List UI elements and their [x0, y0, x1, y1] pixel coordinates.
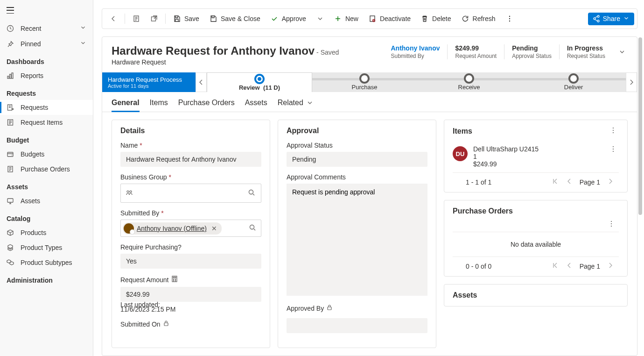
nav-reports[interactable]: Reports — [0, 68, 93, 83]
tab-items[interactable]: Items — [150, 97, 168, 112]
approve-dropdown[interactable] — [312, 12, 329, 25]
pager-prev[interactable] — [566, 178, 573, 186]
details-card: Details Name * Business Group * — [112, 120, 270, 348]
po-title: Purchase Orders — [453, 207, 513, 215]
refresh-button[interactable]: Refresh — [457, 12, 500, 25]
deactivate-button[interactable]: Deactivate — [364, 12, 415, 25]
nav-requests[interactable]: Requests — [0, 100, 93, 115]
name-input[interactable] — [120, 152, 261, 167]
approve-button[interactable]: Approve — [266, 12, 311, 25]
bpf-stage-review[interactable]: Review (11 D) — [207, 72, 312, 92]
po-more[interactable] — [606, 220, 617, 229]
business-group-lookup[interactable] — [120, 184, 261, 203]
require-purchasing-input[interactable] — [120, 254, 261, 269]
tab-purchase-orders[interactable]: Purchase Orders — [178, 97, 235, 112]
svg-point-27 — [173, 280, 174, 281]
bpf-circle — [568, 73, 579, 84]
svg-point-18 — [597, 20, 599, 22]
header-expand[interactable] — [613, 44, 628, 57]
search-icon[interactable] — [245, 187, 258, 199]
nav-assets-label: Assets — [21, 197, 40, 205]
nav-request-items[interactable]: Request Items — [0, 115, 93, 130]
item-row[interactable]: DU Dell UltraSharp U2415 1 $249.99 — [453, 142, 619, 173]
lock-icon — [162, 320, 170, 328]
pager-next[interactable] — [607, 178, 614, 186]
bpf-header[interactable]: Hardware Request Process Active for 11 d… — [102, 72, 196, 92]
bpf-circle — [464, 73, 474, 84]
record-subtitle: Hardware Request — [112, 58, 339, 66]
overflow-button[interactable] — [501, 12, 518, 25]
amount-input[interactable] — [120, 287, 261, 302]
bpf-next[interactable] — [626, 72, 637, 92]
required-icon: * — [140, 142, 142, 149]
kpi-submittedby-value[interactable]: Anthony Ivanov — [391, 44, 440, 52]
nav-assets[interactable]: Assets — [0, 193, 93, 208]
nav-products[interactable]: Products — [0, 225, 93, 240]
approval-card: Approval Approval Status Approval Commen… — [278, 120, 436, 348]
svg-point-36 — [613, 151, 614, 152]
nav-product-types[interactable]: Product Types — [0, 240, 93, 255]
nav-budgets[interactable]: Budgets — [0, 147, 93, 162]
boxes-icon — [7, 244, 14, 251]
new-label: New — [345, 15, 358, 22]
remove-chip[interactable]: ✕ — [210, 225, 219, 232]
delete-button[interactable]: Delete — [416, 12, 455, 25]
nav-product-subtypes[interactable]: Product Subtypes — [0, 255, 93, 270]
kpi-status-label: Request Status — [567, 53, 605, 59]
open-new-window-button[interactable] — [146, 12, 162, 25]
item-avatar: DU — [453, 146, 468, 161]
form-selector-button[interactable] — [128, 12, 145, 25]
submittedby-chip[interactable]: Anthony Ivanov (Offline) ✕ — [123, 222, 222, 235]
tab-assets[interactable]: Assets — [245, 97, 267, 112]
approvedby-input[interactable] — [287, 318, 427, 333]
bpf-circle-active — [254, 74, 265, 84]
approval-comments-label: Approval Comments — [287, 173, 427, 181]
items-more[interactable] — [608, 127, 619, 136]
hamburger-menu[interactable] — [7, 7, 14, 14]
main: Save Save & Close Approve New Deactivate… — [93, 0, 644, 356]
tab-related[interactable]: Related — [278, 97, 314, 112]
nav-purchase-orders[interactable]: Purchase Orders — [0, 162, 93, 177]
assets-title: Assets — [453, 291, 477, 299]
nav-pinned[interactable]: Pinned — [0, 36, 93, 51]
pager-first[interactable] — [552, 178, 559, 186]
svg-rect-1 — [7, 76, 9, 78]
share-button[interactable]: Share — [588, 13, 634, 25]
item-more[interactable] — [608, 145, 619, 168]
save-button[interactable]: Save — [168, 12, 204, 25]
bpf-receive-label: Receive — [458, 84, 480, 91]
pager-next[interactable] — [607, 262, 614, 271]
avatar — [124, 223, 134, 234]
pager-prev[interactable] — [566, 262, 573, 271]
nav-recent-label: Recent — [21, 25, 41, 32]
nav-product-types-label: Product Types — [21, 244, 62, 251]
svg-rect-6 — [7, 152, 13, 157]
chevron-down-icon — [623, 15, 630, 23]
header-kpis: Anthony Ivanov Submitted By $249.99 Requ… — [383, 44, 628, 59]
item-name: Dell UltraSharp U2415 — [473, 145, 602, 153]
new-button[interactable]: New — [329, 12, 363, 25]
scrollbar[interactable] — [638, 37, 642, 215]
submittedby-lookup[interactable]: Anthony Ivanov (Offline) ✕ — [120, 220, 261, 237]
svg-point-26 — [175, 279, 175, 279]
clock-icon — [7, 25, 14, 32]
bpf-stage-receive[interactable]: Receive — [417, 72, 521, 92]
approval-status-input[interactable] — [287, 152, 427, 167]
bpf-review-label: Review — [239, 84, 260, 91]
nav-recent[interactable]: Recent — [0, 21, 93, 36]
back-button[interactable] — [105, 12, 122, 25]
bpf-prev[interactable] — [196, 72, 207, 92]
bpf-stage-purchase[interactable]: Purchase — [312, 72, 417, 92]
nav-request-items-label: Request Items — [21, 119, 63, 126]
record-form: Hardware Request for Anthony Ivanov - Sa… — [102, 36, 637, 356]
last-updated-value: 11/6/2023 2:15 PM — [120, 306, 261, 313]
bpf-stage-deliver[interactable]: Deliver — [521, 72, 626, 92]
save-close-button[interactable]: Save & Close — [205, 12, 265, 25]
search-icon[interactable] — [246, 222, 259, 235]
approval-comments-input[interactable] — [287, 184, 427, 296]
pager-first[interactable] — [552, 262, 559, 271]
group-icon — [124, 189, 133, 198]
nav-product-subtypes-label: Product Subtypes — [21, 259, 72, 266]
tab-general[interactable]: General — [112, 97, 140, 112]
submittedby-value[interactable]: Anthony Ivanov (Offline) — [137, 225, 207, 232]
